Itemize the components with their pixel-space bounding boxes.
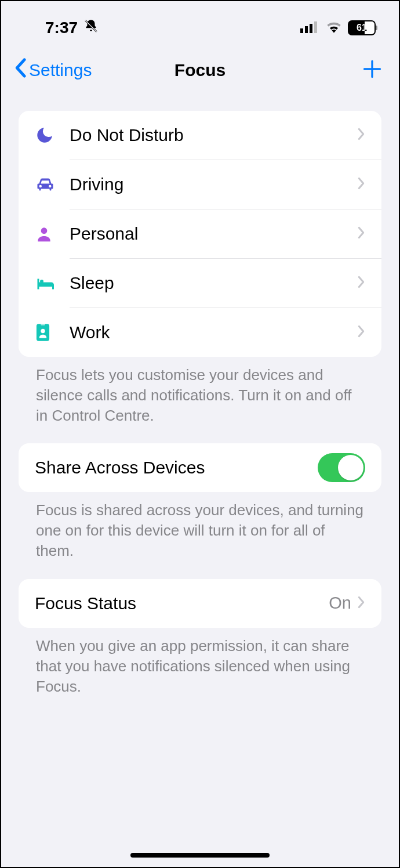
focus-status-label: Focus Status <box>35 594 329 613</box>
battery-icon: 61 <box>348 20 376 35</box>
page-title: Focus <box>174 60 226 80</box>
status-bar: 7:37 61 <box>1 1 399 42</box>
focus-status-section: Focus Status On <box>19 579 381 628</box>
car-icon <box>35 174 70 195</box>
share-label: Share Across Devices <box>35 458 318 478</box>
focus-mode-row[interactable]: Work <box>19 308 381 357</box>
focus-mode-row[interactable]: Do Not Disturb <box>19 111 381 160</box>
focus-mode-label: Sleep <box>70 273 357 293</box>
moon-icon <box>35 125 70 145</box>
share-across-devices-row: Share Across Devices <box>19 443 381 492</box>
svg-rect-11 <box>41 323 45 326</box>
focus-mode-label: Work <box>70 323 357 342</box>
badge-icon <box>35 323 70 342</box>
nav-bar: Settings Focus <box>1 42 399 93</box>
chevron-right-icon <box>357 276 365 291</box>
svg-rect-4 <box>310 24 312 33</box>
cellular-icon <box>300 19 320 37</box>
focus-mode-label: Personal <box>70 224 357 244</box>
person-icon <box>35 225 70 243</box>
svg-point-10 <box>41 329 45 333</box>
focus-modes-footer: Focus lets you customise your devices an… <box>19 357 381 426</box>
share-section: Share Across Devices <box>19 443 381 492</box>
focus-mode-row[interactable]: Personal <box>19 209 381 258</box>
focus-modes-section: Do Not DisturbDrivingPersonalSleepWork <box>19 111 381 357</box>
svg-rect-2 <box>300 28 303 33</box>
add-button[interactable] <box>362 59 383 82</box>
svg-point-8 <box>41 227 48 234</box>
svg-rect-5 <box>314 21 317 33</box>
focus-status-value: On <box>329 594 351 613</box>
chevron-right-icon <box>357 128 365 143</box>
share-footer: Focus is shared across your devices, and… <box>19 492 381 561</box>
focus-mode-row[interactable]: Sleep <box>19 259 381 308</box>
focus-mode-row[interactable]: Driving <box>19 160 381 209</box>
chevron-left-icon <box>14 58 27 82</box>
bed-icon <box>35 273 70 294</box>
status-time: 7:37 <box>45 19 78 37</box>
share-toggle[interactable] <box>318 453 365 482</box>
bell-slash-icon <box>83 19 99 38</box>
back-label: Settings <box>29 60 92 80</box>
focus-status-footer: When you give an app permission, it can … <box>19 628 381 697</box>
wifi-icon <box>326 19 342 37</box>
chevron-right-icon <box>357 325 365 340</box>
chevron-right-icon <box>357 596 365 611</box>
home-indicator[interactable] <box>130 853 270 858</box>
chevron-right-icon <box>357 226 365 241</box>
focus-mode-label: Driving <box>70 175 357 194</box>
chevron-right-icon <box>357 177 365 192</box>
svg-rect-3 <box>305 26 308 33</box>
back-button[interactable]: Settings <box>14 58 92 82</box>
focus-status-row[interactable]: Focus Status On <box>19 579 381 628</box>
focus-mode-label: Do Not Disturb <box>70 125 357 145</box>
